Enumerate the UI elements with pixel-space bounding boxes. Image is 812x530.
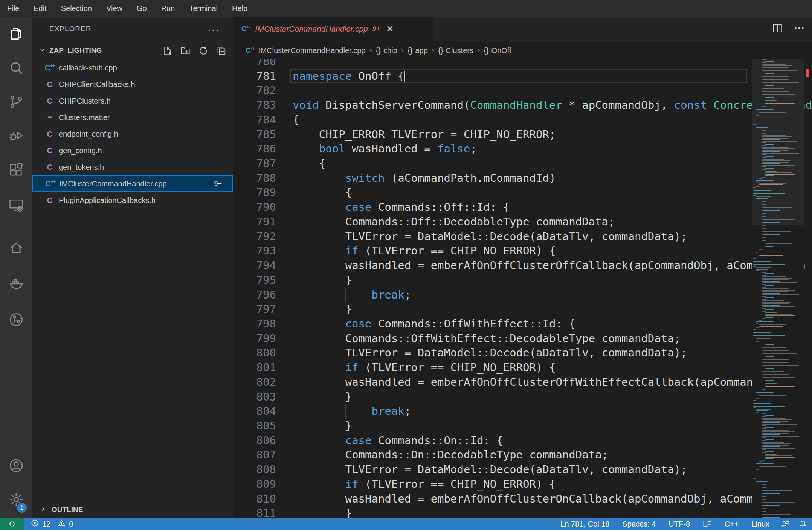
code-line-799[interactable]: 799 Commands::OffWithEffect::DecodableTy… [233, 331, 812, 346]
code-line-809[interactable]: 809 if (TLVError == CHIP_NO_ERROR) { [233, 477, 812, 492]
account-icon[interactable] [0, 449, 32, 482]
menu-run[interactable]: Run [154, 0, 182, 17]
minimap-line [762, 516, 789, 516]
new-folder-icon[interactable] [180, 45, 191, 58]
code-line-803[interactable]: 803 } [233, 390, 812, 404]
menu-selection[interactable]: Selection [54, 0, 99, 17]
minimap[interactable] [752, 59, 804, 518]
code-line-792[interactable]: 792 TLVError = DataModel::Decode(aDataTl… [233, 229, 812, 244]
code-line-793[interactable]: 793 if (TLVError == CHIP_NO_ERROR) { [233, 244, 812, 258]
code-text: case Commands::On::Id: { [293, 433, 503, 448]
code-line-784[interactable]: 784{ [233, 113, 812, 127]
file-item-endpoint-config-h[interactable]: Cendpoint_config.h [32, 126, 233, 142]
source-control-icon[interactable] [0, 85, 32, 118]
collapse-all-icon[interactable] [216, 45, 227, 58]
close-icon[interactable]: ✕ [386, 24, 394, 34]
code-line-801[interactable]: 801 if (TLVError == CHIP_NO_ERROR) { [233, 360, 812, 375]
code-text: } [293, 419, 352, 433]
explorer-sidebar: EXPLORER ··· ZAP_LIGHTING C++callback-st… [32, 17, 233, 518]
breadcrumb-chip[interactable]: {}chip [376, 46, 397, 55]
menu-edit[interactable]: Edit [26, 0, 53, 17]
file-item-imclustercommandhandler-cpp[interactable]: C++IMClusterCommandHandler.cpp9+ [32, 175, 233, 192]
code-line-811[interactable]: 811 } [233, 506, 812, 518]
breadcrumb-file[interactable]: IMClusterCommandHandler.cpp [258, 46, 366, 55]
extensions-icon[interactable] [0, 154, 32, 186]
settings-icon[interactable]: 1 [0, 483, 32, 516]
code-line-781[interactable]: 781namespace OnOff { [233, 69, 812, 84]
code-line-788[interactable]: 788 switch (aCommandPath.mCommandId) [233, 171, 812, 186]
notifications-bell-icon[interactable] [794, 519, 812, 528]
split-editor-icon[interactable] [771, 22, 783, 36]
overview-ruler[interactable] [804, 59, 812, 518]
file-item-gen-config-h[interactable]: Cgen_config.h [32, 142, 233, 159]
status-eol[interactable]: LF [696, 520, 718, 528]
gitlens-icon[interactable] [0, 303, 32, 336]
file-item-callback-stub-cpp[interactable]: C++callback-stub.cpp [32, 59, 233, 76]
code-line-804[interactable]: 804 break; [233, 404, 812, 419]
code-line-782[interactable]: 782 [233, 83, 812, 98]
feedback-icon[interactable] [776, 519, 794, 528]
file-item-gen-tokens-h[interactable]: Cgen_tokens.h [32, 159, 233, 175]
code-line-797[interactable]: 797 } [233, 302, 812, 317]
menu-file[interactable]: File [0, 0, 26, 17]
outline-section-header[interactable]: OUTLINE [32, 501, 233, 518]
code-line-794[interactable]: 794 wasHandled = emberAfOnOffClusterOffC… [233, 258, 812, 273]
code-line-800[interactable]: 800 TLVError = DataModel::Decode(aDataTl… [233, 346, 812, 360]
minimap-line [753, 406, 785, 407]
more-actions-icon[interactable] [793, 22, 805, 36]
minimap-line [762, 436, 799, 437]
home-icon[interactable] [0, 232, 32, 264]
code-line-786[interactable]: 786 bool wasHandled = false; [233, 142, 812, 156]
code-line-791[interactable]: 791 Commands::Off::DecodableType command… [233, 215, 812, 229]
code-line-796[interactable]: 796 break; [233, 288, 812, 302]
folder-section-header[interactable]: ZAP_LIGHTING [32, 41, 233, 59]
status-encoding[interactable]: UTF-8 [662, 520, 696, 528]
code-editor[interactable]: 780781namespace OnOff {782783void Dispat… [233, 59, 812, 518]
code-line-805[interactable]: 805 } [233, 419, 812, 433]
code-line-802[interactable]: 802 wasHandled = emberAfOnOffClusterOffW… [233, 375, 812, 390]
code-line-808[interactable]: 808 TLVError = DataModel::Decode(aDataTl… [233, 462, 812, 477]
remote-indicator[interactable] [0, 518, 24, 530]
code-line-807[interactable]: 807 Commands::On::DecodableType commandD… [233, 448, 812, 462]
remote-explorer-icon[interactable] [0, 189, 32, 221]
code-line-810[interactable]: 810 wasHandled = emberAfOnOffClusterOnCa… [233, 492, 812, 506]
minimap-line [765, 273, 774, 274]
tab-imclustercommandhandler[interactable]: C++ IMClusterCommandHandler.cpp 9+ ✕ [233, 17, 433, 41]
menu-view[interactable]: View [99, 0, 130, 17]
file-item-clusters-matter[interactable]: ≡Clusters.matter [32, 109, 233, 126]
status-language-mode[interactable]: C++ [718, 520, 745, 528]
breadcrumb-app[interactable]: {}app [408, 46, 428, 55]
status-os[interactable]: Linux [745, 520, 776, 528]
more-actions-icon[interactable]: ··· [208, 24, 220, 36]
docker-icon[interactable] [0, 267, 32, 300]
refresh-icon[interactable] [198, 45, 209, 58]
file-item-pluginapplicationcallbacks-h[interactable]: CPluginApplicationCallbacks.h [32, 192, 233, 209]
code-text: switch (aCommandPath.mCommandId) [293, 171, 556, 186]
new-file-icon[interactable] [162, 45, 173, 58]
code-line-783[interactable]: 783void DispatchServerCommand(CommandHan… [233, 98, 812, 113]
menu-help[interactable]: Help [225, 0, 255, 17]
code-line-795[interactable]: 795 } [233, 273, 812, 288]
status-indentation[interactable]: Spaces: 4 [616, 520, 662, 528]
code-line-789[interactable]: 789 { [233, 185, 812, 200]
code-line-798[interactable]: 798 case Commands::OffWithEffect::Id: { [233, 317, 812, 331]
search-icon[interactable] [0, 52, 32, 84]
breadcrumb-onoff[interactable]: {}OnOff [484, 46, 511, 55]
minimap-viewport[interactable] [752, 59, 804, 225]
file-item-chipclientcallbacks-h[interactable]: CCHIPClientCallbacks.h [32, 76, 233, 93]
problems-status[interactable]: 12 0 [31, 519, 73, 529]
status-cursor-position[interactable]: Ln 781, Col 18 [554, 520, 616, 528]
run-debug-icon[interactable] [0, 119, 32, 152]
code-line-787[interactable]: 787 { [233, 156, 812, 171]
code-line-790[interactable]: 790 case Commands::Off::Id: { [233, 200, 812, 215]
file-item-chipclusters-h[interactable]: CCHIPClusters.h [32, 93, 233, 109]
explorer-icon[interactable] [0, 18, 32, 50]
breadcrumb-clusters[interactable]: {}Clusters [438, 46, 473, 55]
code-line-806[interactable]: 806 case Commands::On::Id: { [233, 433, 812, 448]
code-text: TLVError = DataModel::Decode(aDataTlv, c… [293, 229, 687, 244]
menu-go[interactable]: Go [130, 0, 154, 17]
minimap-line [765, 309, 774, 310]
code-line-785[interactable]: 785 CHIP_ERROR TLVError = CHIP_NO_ERROR; [233, 127, 812, 142]
menu-terminal[interactable]: Terminal [182, 0, 225, 17]
code-line-780[interactable]: 780 [233, 59, 812, 69]
